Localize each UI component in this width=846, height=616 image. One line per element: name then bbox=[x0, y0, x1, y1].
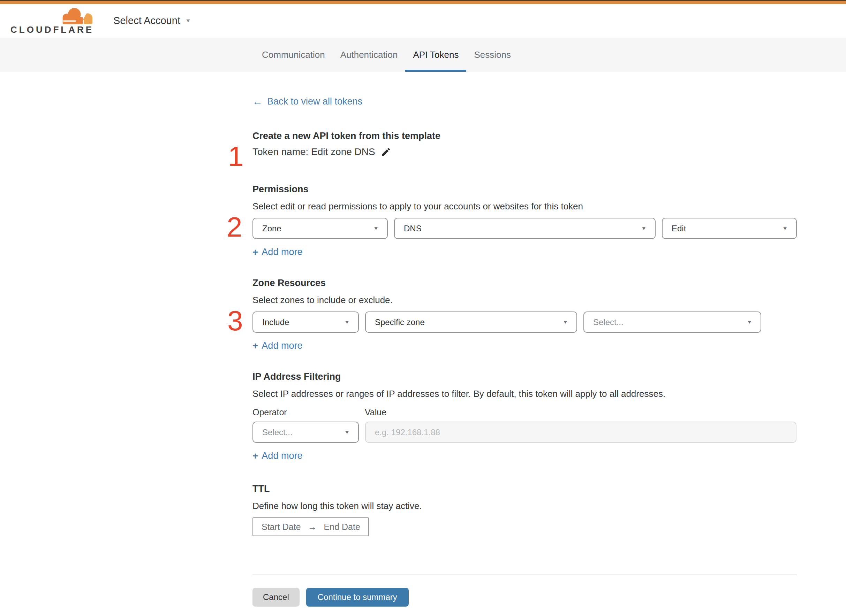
zone-resources-add-more-link[interactable]: + Add more bbox=[253, 340, 302, 351]
cloudflare-cloud-icon bbox=[59, 7, 94, 24]
zone-include-select[interactable]: Include ▼ bbox=[253, 311, 359, 333]
tab-communication[interactable]: Communication bbox=[254, 38, 333, 72]
top-accent-bar bbox=[0, 1, 846, 4]
ip-operator-select[interactable]: Select... ▼ bbox=[253, 422, 359, 443]
cancel-button[interactable]: Cancel bbox=[253, 588, 300, 607]
create-token-heading: Create a new API token from this templat… bbox=[253, 130, 797, 142]
back-to-tokens-link[interactable]: ← Back to view all tokens bbox=[253, 96, 362, 107]
section-number-1: 1 bbox=[228, 142, 244, 170]
permissions-description: Select edit or read permissions to apply… bbox=[253, 200, 797, 212]
caret-down-icon: ▼ bbox=[782, 226, 788, 231]
ip-filtering-section: IP Address Filtering Select IP addresses… bbox=[253, 371, 797, 461]
range-arrow-icon: → bbox=[308, 522, 317, 532]
ttl-section: TTL Define how long this token will stay… bbox=[253, 483, 797, 536]
section-number-2: 2 bbox=[227, 213, 242, 241]
tab-sessions[interactable]: Sessions bbox=[466, 38, 519, 72]
start-date-field[interactable]: Start Date bbox=[262, 522, 301, 532]
permission-access-value: Edit bbox=[672, 224, 686, 233]
account-selector-label: Select Account bbox=[113, 15, 180, 26]
section-number-3: 3 bbox=[227, 307, 243, 335]
ttl-description: Define how long this token will stay act… bbox=[253, 500, 797, 512]
permission-type-select[interactable]: DNS ▼ bbox=[394, 218, 656, 239]
zone-resources-section: 3 Zone Resources Select zones to include… bbox=[253, 277, 797, 351]
edit-pencil-icon[interactable] bbox=[381, 147, 391, 157]
add-more-label: Add more bbox=[262, 450, 302, 461]
permission-access-select[interactable]: Edit ▼ bbox=[662, 218, 797, 239]
tab-api-tokens[interactable]: API Tokens bbox=[405, 38, 466, 72]
permissions-heading: Permissions bbox=[253, 183, 797, 195]
zone-resources-heading: Zone Resources bbox=[253, 277, 797, 289]
header: CLOUDFLARE Select Account ▼ bbox=[0, 4, 846, 38]
caret-down-icon: ▼ bbox=[344, 320, 350, 325]
back-link-label: Back to view all tokens bbox=[267, 96, 362, 107]
ip-value-input bbox=[365, 422, 796, 443]
token-name-text: Token name: Edit zone DNS bbox=[253, 146, 375, 157]
caret-down-icon: ▼ bbox=[373, 226, 379, 231]
tab-authentication[interactable]: Authentication bbox=[333, 38, 406, 72]
back-arrow-icon: ← bbox=[253, 97, 263, 107]
footer-actions: Cancel Continue to summary bbox=[253, 588, 797, 610]
cloudflare-logo: CLOUDFLARE bbox=[10, 7, 94, 34]
end-date-field[interactable]: End Date bbox=[324, 522, 360, 532]
ip-filtering-add-more-link[interactable]: + Add more bbox=[253, 450, 302, 461]
tab-bar: Communication Authentication API Tokens … bbox=[0, 38, 846, 72]
zone-resources-description: Select zones to include or exclude. bbox=[253, 294, 797, 306]
permissions-section: 2 Permissions Select edit or read permis… bbox=[253, 183, 797, 258]
permission-scope-select[interactable]: Zone ▼ bbox=[253, 218, 388, 239]
main-content: ← Back to view all tokens 1 Create a new… bbox=[0, 72, 797, 610]
footer-divider bbox=[253, 575, 797, 575]
caret-down-icon: ▼ bbox=[344, 430, 350, 435]
caret-down-icon: ▼ bbox=[747, 320, 752, 325]
plus-icon: + bbox=[253, 451, 258, 461]
account-selector[interactable]: Select Account ▼ bbox=[113, 15, 191, 26]
ip-filtering-heading: IP Address Filtering bbox=[253, 371, 797, 383]
permission-scope-value: Zone bbox=[262, 224, 281, 233]
value-label: Value bbox=[365, 407, 386, 417]
zone-include-value: Include bbox=[262, 317, 289, 327]
token-name-section: 1 Create a new API token from this templ… bbox=[253, 130, 797, 157]
cloudflare-logo-text: CLOUDFLARE bbox=[10, 25, 94, 34]
operator-label: Operator bbox=[253, 407, 365, 417]
caret-down-icon: ▼ bbox=[641, 226, 646, 231]
plus-icon: + bbox=[253, 341, 258, 351]
zone-picker-value: Select... bbox=[593, 317, 624, 327]
add-more-label: Add more bbox=[262, 340, 302, 351]
permission-type-value: DNS bbox=[404, 224, 422, 233]
permissions-add-more-link[interactable]: + Add more bbox=[253, 247, 302, 258]
continue-to-summary-button[interactable]: Continue to summary bbox=[306, 588, 409, 607]
ip-filtering-description: Select IP addresses or ranges of IP addr… bbox=[253, 388, 797, 400]
zone-scope-value: Specific zone bbox=[375, 317, 425, 327]
zone-picker-select[interactable]: Select... ▼ bbox=[583, 311, 761, 333]
caret-down-icon: ▼ bbox=[562, 320, 568, 325]
ttl-heading: TTL bbox=[253, 483, 797, 495]
ttl-date-range-picker[interactable]: Start Date → End Date bbox=[253, 518, 369, 536]
plus-icon: + bbox=[253, 247, 258, 257]
ip-operator-value: Select... bbox=[262, 427, 293, 437]
zone-scope-select[interactable]: Specific zone ▼ bbox=[365, 311, 577, 333]
chevron-down-icon: ▼ bbox=[185, 18, 191, 24]
add-more-label: Add more bbox=[262, 247, 302, 258]
